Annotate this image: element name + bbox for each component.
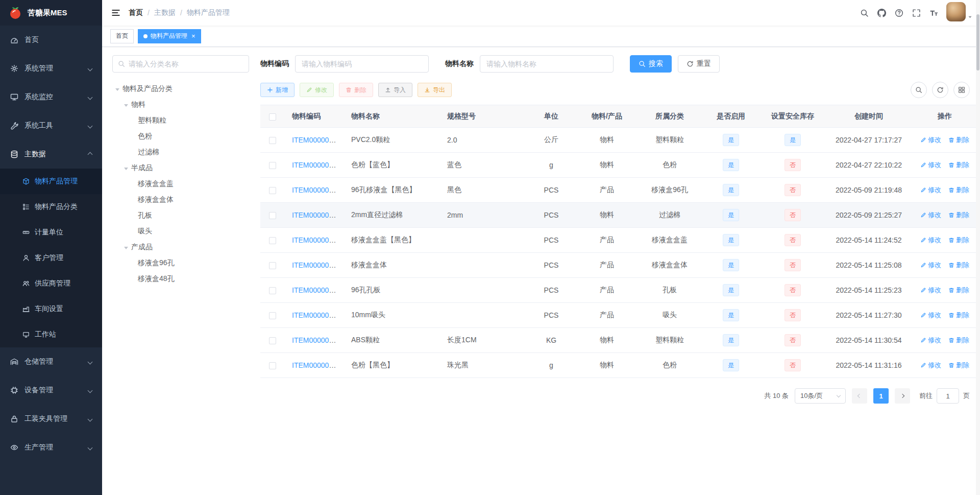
table-row[interactable]: ITEM0000005410mm吸头PCS产品吸头是否2022-05-14 11… (260, 303, 978, 328)
scrollbar-thumb[interactable] (976, 14, 979, 70)
item-code-link[interactable]: ITEM00000041 (292, 161, 341, 169)
row-checkbox[interactable] (269, 287, 276, 294)
edit-link[interactable]: 修改 (920, 235, 941, 245)
tree-node[interactable]: 产成品 (112, 239, 249, 255)
sidebar-item[interactable]: 工装夹具管理 (0, 405, 102, 433)
delete-link[interactable]: 删除 (948, 210, 969, 220)
tree-node[interactable]: 物料及产品分类 (112, 81, 249, 97)
row-checkbox[interactable] (269, 337, 276, 344)
navbar-tool[interactable] (890, 0, 908, 26)
tree-node[interactable]: 移液盒盒体 (112, 192, 249, 207)
row-checkbox[interactable] (269, 162, 276, 169)
edit-link[interactable]: 修改 (920, 185, 941, 195)
sidebar-item[interactable]: 系统监控 (0, 83, 102, 111)
item-code-link[interactable]: ITEM00000052 (292, 261, 341, 269)
edit-link[interactable]: 修改 (920, 336, 941, 345)
reset-button[interactable]: 重置 (678, 55, 720, 73)
navbar-tool[interactable] (873, 0, 890, 26)
导出-button[interactable]: 导出 (418, 83, 452, 97)
select-all-checkbox[interactable] (269, 113, 276, 121)
code-filter-input[interactable] (295, 55, 429, 73)
edit-link[interactable]: 修改 (920, 210, 941, 220)
edit-link[interactable]: 修改 (920, 311, 941, 320)
tree-node[interactable]: 塑料颗粒 (112, 112, 249, 128)
goto-page-input[interactable] (937, 388, 959, 404)
tree-node[interactable]: 过滤棉 (112, 144, 249, 160)
delete-link[interactable]: 删除 (948, 235, 969, 245)
table-row[interactable]: ITEM00000037PVC2.0颗粒2.0公斤物料塑料颗粒是是2022-04… (260, 128, 978, 153)
navbar-tool[interactable] (908, 0, 925, 26)
tree-expand-caret[interactable] (115, 88, 119, 91)
tree-node[interactable]: 移液盒96孔 (112, 255, 249, 271)
table-row[interactable]: ITEM00000056色粉【黑色】珠光黑g物料色粉是否2022-05-14 1… (260, 353, 978, 378)
row-checkbox[interactable] (269, 237, 276, 244)
table-row[interactable]: ITEM00000055ABS颗粒长度1CMKG物料塑料颗粒是否2022-05-… (260, 328, 978, 353)
sidebar-subitem[interactable]: 物料产品管理 (0, 169, 102, 194)
item-code-link[interactable]: ITEM00000053 (292, 286, 341, 294)
delete-link[interactable]: 删除 (948, 135, 969, 145)
delete-link[interactable]: 删除 (948, 185, 969, 195)
tree-search-input[interactable] (129, 60, 243, 68)
新增-button[interactable]: 新增 (260, 83, 295, 97)
edit-link[interactable]: 修改 (920, 160, 941, 170)
导入-button[interactable]: 导入 (378, 83, 412, 97)
navbar-tool[interactable] (925, 0, 942, 26)
app-logo[interactable]: 苦糖果MES (0, 0, 102, 26)
tree-node[interactable]: 移液盒盒盖 (112, 176, 249, 192)
table-row[interactable]: ITEM0000004696孔移液盒【黑色】黑色PCS产品移液盒96孔是否202… (260, 178, 978, 203)
delete-link[interactable]: 删除 (948, 286, 969, 295)
columns-button[interactable] (953, 82, 970, 98)
close-icon[interactable]: × (191, 33, 195, 39)
sidebar-subitem[interactable]: 物料产品分类 (0, 194, 102, 220)
tree-expand-caret[interactable] (124, 247, 128, 249)
next-page-button[interactable] (895, 388, 910, 404)
table-row[interactable]: ITEM00000052移液盒盒体PCS产品移液盒盒体是否2022-05-14 … (260, 253, 978, 278)
row-checkbox[interactable] (269, 362, 276, 369)
delete-link[interactable]: 删除 (948, 361, 969, 370)
table-row[interactable]: ITEM00000051移液盒盒盖【黑色】PCS产品移液盒盒盖是否2022-05… (260, 228, 978, 253)
item-code-link[interactable]: ITEM00000037 (292, 136, 341, 144)
row-checkbox[interactable] (269, 312, 276, 319)
edit-link[interactable]: 修改 (920, 261, 941, 270)
search-button[interactable]: 搜索 (630, 55, 672, 73)
row-checkbox[interactable] (269, 262, 276, 269)
avatar[interactable] (946, 2, 966, 21)
delete-link[interactable]: 删除 (948, 261, 969, 270)
delete-link[interactable]: 删除 (948, 311, 969, 320)
修改-button[interactable]: 修改 (300, 83, 334, 97)
sidebar-item[interactable]: 生产管理 (0, 433, 102, 462)
item-code-link[interactable]: ITEM00000056 (292, 361, 341, 369)
tab-home[interactable]: 首页 (110, 29, 134, 43)
page-size-select[interactable]: 10条/页 (795, 388, 846, 404)
sidebar-item[interactable]: 系统管理 (0, 54, 102, 83)
sidebar-item[interactable]: 主数据 (0, 140, 102, 169)
navbar-tool[interactable] (855, 0, 873, 26)
tree-node[interactable]: 半成品 (112, 160, 249, 176)
sidebar-item[interactable]: 系统工具 (0, 111, 102, 140)
table-row[interactable]: ITEM00000041色粉【蓝色】蓝色g物料色粉是否2022-04-27 22… (260, 153, 978, 178)
search-toggle-button[interactable] (911, 82, 927, 98)
sidebar-item[interactable]: 首页 (0, 26, 102, 54)
tree-expand-caret[interactable] (124, 168, 128, 170)
refresh-button[interactable] (932, 82, 948, 98)
delete-link[interactable]: 删除 (948, 160, 969, 170)
edit-link[interactable]: 修改 (920, 135, 941, 145)
sidebar-subitem[interactable]: 客户管理 (0, 245, 102, 271)
item-code-link[interactable]: ITEM00000049 (292, 211, 341, 219)
删除-button[interactable]: 删除 (339, 83, 373, 97)
row-checkbox[interactable] (269, 187, 276, 194)
tab-material-product[interactable]: 物料产品管理 × (138, 29, 201, 43)
sidebar-item[interactable]: 设备管理 (0, 376, 102, 405)
breadcrumb-home[interactable]: 首页 (129, 8, 143, 17)
page-scrollbar[interactable] (976, 0, 980, 495)
sidebar-subitem[interactable]: 供应商管理 (0, 271, 102, 296)
breadcrumb-master-data[interactable]: 主数据 (154, 8, 176, 17)
prev-page-button[interactable] (852, 388, 867, 404)
sidebar-item[interactable]: 仓储管理 (0, 347, 102, 376)
sidebar-toggle-button[interactable] (105, 0, 127, 26)
table-row[interactable]: ITEM000000492mm直径过滤棉2mmPCS物料过滤棉是否2022-05… (260, 203, 978, 228)
sidebar-subitem[interactable]: 计量单位 (0, 220, 102, 245)
item-code-link[interactable]: ITEM00000054 (292, 311, 341, 319)
page-number-1[interactable]: 1 (873, 388, 889, 404)
delete-link[interactable]: 删除 (948, 336, 969, 345)
